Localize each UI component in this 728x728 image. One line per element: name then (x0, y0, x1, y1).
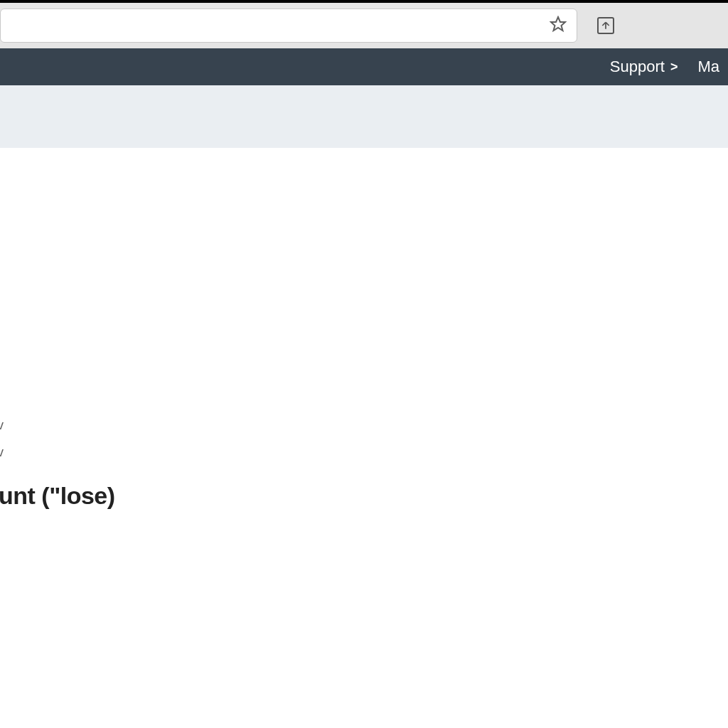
nav-support-label: Support (610, 58, 665, 76)
main-content: v v unt ("lose) (0, 148, 728, 728)
star-icon[interactable] (550, 16, 567, 36)
nav-partial-right[interactable]: Ma (697, 58, 719, 76)
top-nav: Support > Ma (0, 48, 728, 85)
partial-text-line-1: v (0, 418, 4, 433)
section-heading-partial: unt ("lose) (0, 482, 115, 510)
chevron-right-icon: > (670, 60, 678, 75)
sub-header (0, 85, 728, 148)
extension-icon[interactable] (597, 17, 614, 34)
nav-partial-label: Ma (697, 58, 719, 76)
partial-text-line-2: v (0, 445, 4, 460)
browser-chrome (0, 0, 728, 48)
svg-marker-0 (551, 17, 565, 31)
nav-support[interactable]: Support > (610, 58, 678, 76)
url-bar[interactable] (0, 9, 577, 43)
